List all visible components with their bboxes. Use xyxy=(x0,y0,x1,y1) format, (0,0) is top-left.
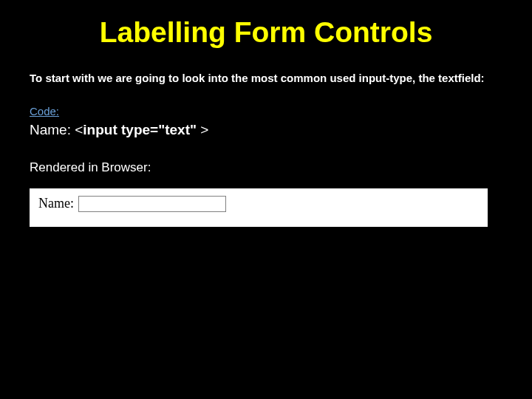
slide-body: To start with we are going to look into … xyxy=(0,49,532,227)
rendered-name-label: Name: xyxy=(38,196,74,211)
code-label: Code: xyxy=(30,105,502,117)
rendered-row: Name: xyxy=(38,196,479,212)
intro-text: To start with we are going to look into … xyxy=(30,71,502,86)
code-line: Name: <input type="text" > xyxy=(30,122,502,138)
slide-title: Labelling Form Controls xyxy=(0,0,532,49)
rendered-label: Rendered in Browser: xyxy=(30,160,502,175)
rendered-preview: Name: xyxy=(30,188,488,227)
code-bold: input type="text" xyxy=(83,122,200,137)
slide: Labelling Form Controls To start with we… xyxy=(0,0,532,399)
name-input[interactable] xyxy=(78,196,226,212)
code-prefix: Name: < xyxy=(30,122,83,137)
code-suffix: > xyxy=(200,122,208,137)
